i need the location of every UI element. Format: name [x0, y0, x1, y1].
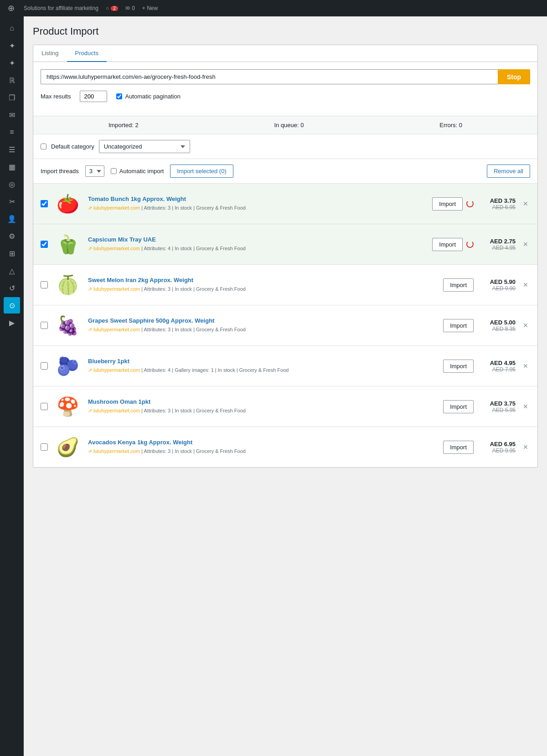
product-name-2[interactable]: Capsicum Mix Tray UAE: [88, 236, 427, 243]
threads-row: Import threads 3 1 2 4 5 Automatic impor…: [33, 159, 537, 184]
category-row: Default category Uncategorized Grocery &…: [33, 134, 537, 159]
close-button-3[interactable]: ✕: [521, 280, 530, 289]
stop-button[interactable]: Stop: [498, 69, 530, 84]
price-current-6: AED 3.75: [479, 400, 516, 407]
close-button-4[interactable]: ✕: [521, 321, 530, 330]
product-source-link[interactable]: ⇗ luluhypermarket.com: [88, 246, 140, 251]
sidebar-item-users[interactable]: 👤: [4, 211, 20, 227]
sidebar-item-pages[interactable]: ❐: [4, 89, 20, 106]
sidebar-item-affiliate[interactable]: ℝ: [4, 72, 20, 88]
sidebar-item-tools[interactable]: ✂: [4, 193, 20, 210]
product-image-1: 🍅: [53, 189, 83, 218]
remove-all-button[interactable]: Remove all: [487, 165, 530, 178]
product-source-link[interactable]: ⇗ luluhypermarket.com: [88, 327, 140, 332]
stats-row: Imported: 2 In queue: 0 Errors: 0: [33, 116, 537, 134]
product-source-link[interactable]: ⇗ luluhypermarket.com: [88, 408, 140, 413]
site-name: Solutions for affiliate marketing: [24, 5, 98, 11]
admin-bar-site[interactable]: Solutions for affiliate marketing: [24, 5, 98, 11]
sidebar-item-home[interactable]: ⌂: [4, 20, 20, 36]
import-button-6[interactable]: Import: [443, 400, 474, 413]
sidebar-item-comments[interactable]: ✉: [4, 107, 20, 123]
sidebar-item-woo[interactable]: ≡: [4, 124, 20, 140]
default-category-select[interactable]: Uncategorized Grocery & Fresh Food: [99, 140, 190, 153]
price-block-7: AED 6.95 AED 9.95: [479, 441, 516, 454]
close-button-7[interactable]: ✕: [521, 442, 530, 452]
product-source-link[interactable]: ⇗ luluhypermarket.com: [88, 286, 140, 292]
sidebar-item-analytics[interactable]: ▦: [4, 159, 20, 175]
max-results-input[interactable]: [80, 91, 107, 102]
sidebar-item-pin1[interactable]: ✦: [4, 37, 20, 54]
tab-products[interactable]: Products: [67, 45, 107, 62]
product-checkbox-6[interactable]: [41, 403, 48, 410]
close-button-1[interactable]: ✕: [521, 199, 530, 208]
sidebar-item-pin2[interactable]: ✦: [4, 55, 20, 71]
product-info-3: Sweet Melon Iran 2kg Approx. Weight ⇗ lu…: [88, 277, 438, 293]
import-threads-select[interactable]: 3 1 2 4 5: [85, 165, 104, 177]
product-checkbox-3[interactable]: [41, 281, 48, 288]
sidebar-item-notices[interactable]: △: [4, 262, 20, 279]
default-category-checkbox[interactable]: [41, 144, 46, 149]
url-input[interactable]: [41, 69, 498, 84]
price-block-6: AED 3.75 AED 5.95: [479, 400, 516, 413]
sidebar-item-import[interactable]: ⊙: [4, 297, 20, 314]
close-button-6[interactable]: ✕: [521, 402, 530, 411]
product-meta-4: ⇗ luluhypermarket.com | Attributes: 3 | …: [88, 326, 438, 334]
tabs-container: Listing Products: [33, 45, 537, 62]
product-name-7[interactable]: Avocados Kenya 1kg Approx. Weight: [88, 439, 438, 446]
automatic-import-label[interactable]: Automatic import: [111, 168, 164, 175]
product-name-6[interactable]: Mushroom Oman 1pkt: [88, 398, 438, 405]
product-checkbox-7[interactable]: [41, 443, 48, 451]
product-checkbox-5[interactable]: [41, 362, 48, 370]
import-button-1[interactable]: Import: [432, 197, 463, 211]
updates-count: 2: [111, 6, 118, 11]
wordpress-logo-icon[interactable]: ⊕: [5, 3, 16, 14]
product-name-3[interactable]: Sweet Melon Iran 2kg Approx. Weight: [88, 277, 438, 283]
url-row: Stop: [41, 69, 530, 84]
price-current-5: AED 4.95: [479, 360, 516, 366]
tab-listing[interactable]: Listing: [33, 45, 67, 62]
import-button-5[interactable]: Import: [443, 360, 474, 373]
import-button-2[interactable]: Import: [432, 238, 463, 251]
import-selected-button[interactable]: Import selected (0): [170, 165, 233, 178]
product-name-4[interactable]: Grapes Sweet Sapphire 500g Approx. Weigh…: [88, 317, 438, 324]
import-button-3[interactable]: Import: [443, 278, 474, 292]
admin-bar-updates[interactable]: ○ 2: [106, 5, 118, 11]
product-row: 🫑 Capsicum Mix Tray UAE ⇗ luluhypermarke…: [33, 224, 537, 265]
import-button-7[interactable]: Import: [443, 441, 474, 454]
product-checkbox-2[interactable]: [41, 241, 48, 248]
product-checkbox-4[interactable]: [41, 322, 48, 329]
price-block-5: AED 4.95 AED 7.95: [479, 360, 516, 373]
close-button-2[interactable]: ✕: [521, 240, 530, 249]
product-source-link[interactable]: ⇗ luluhypermarket.com: [88, 367, 140, 373]
import-button-4[interactable]: Import: [443, 319, 474, 332]
auto-pagination-checkbox[interactable]: [116, 93, 122, 99]
product-source-link[interactable]: ⇗ luluhypermarket.com: [88, 205, 140, 211]
imported-stat: Imported: 2: [108, 122, 139, 129]
sidebar-item-marketing[interactable]: ◎: [4, 176, 20, 192]
close-button-5[interactable]: ✕: [521, 361, 530, 370]
card-body: Stop Max results Automatic pagination: [33, 62, 537, 116]
sidebar-item-products[interactable]: ☰: [4, 141, 20, 158]
product-name-1[interactable]: Tomato Bunch 1kg Approx. Weight: [88, 195, 427, 202]
sidebar-item-settings[interactable]: ⚙: [4, 228, 20, 244]
import-threads-label: Import threads: [41, 168, 79, 175]
sidebar-item-plugins[interactable]: ⊞: [4, 245, 20, 262]
new-label: + New: [142, 5, 158, 11]
admin-bar-new[interactable]: + New: [142, 5, 158, 11]
auto-pagination-label[interactable]: Automatic pagination: [116, 93, 180, 100]
main-content: Product Import Listing Products Stop Max…: [24, 16, 547, 756]
price-current-1: AED 3.75: [479, 197, 516, 204]
admin-bar-comments[interactable]: ✉ 0: [125, 5, 135, 11]
sidebar-item-undo[interactable]: ↺: [4, 280, 20, 296]
product-checkbox-1[interactable]: [41, 200, 48, 207]
price-original-6: AED 5.95: [479, 407, 516, 413]
product-source-link[interactable]: ⇗ luluhypermarket.com: [88, 448, 140, 454]
sidebar-item-run[interactable]: ▶: [4, 314, 20, 331]
admin-bar: ⊕ Solutions for affiliate marketing ○ 2 …: [0, 0, 547, 16]
product-image-7: 🥑: [53, 432, 83, 462]
price-original-7: AED 9.95: [479, 447, 516, 454]
product-actions-5: Import: [443, 360, 474, 373]
automatic-import-checkbox[interactable]: [111, 168, 117, 174]
product-info-2: Capsicum Mix Tray UAE ⇗ luluhypermarket.…: [88, 236, 427, 253]
product-name-5[interactable]: Blueberry 1pkt: [88, 358, 438, 365]
